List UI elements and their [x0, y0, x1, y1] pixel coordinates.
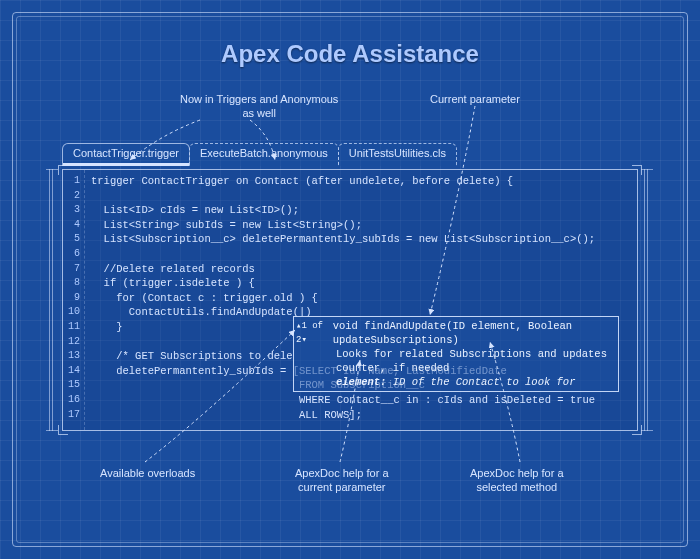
editor-tabs: ContactTrigger.trigger ExecuteBatch.anon… [62, 143, 456, 166]
line-number: 6 [63, 247, 84, 262]
annotation-apexdoc-current-param: ApexDoc help for a current parameter [295, 466, 389, 495]
line-number: 3 [63, 203, 84, 218]
line-number: 5 [63, 232, 84, 247]
tooltip-signature: void findAndUpdate(ID element, Boolean u… [333, 319, 614, 347]
tooltip-param-desc: ID of the Contact to look for [393, 376, 576, 388]
line-number: 10 [63, 305, 84, 320]
tooltip-param: element: ID of the Contact to look for [296, 375, 614, 389]
tooltip-nav-down-icon[interactable]: ▾ [301, 335, 306, 345]
line-number: 2 [63, 189, 84, 204]
line-number: 1 [63, 174, 84, 189]
line-number: 13 [63, 349, 84, 364]
line-number: 12 [63, 335, 84, 350]
code-editor: ContactTrigger.trigger ExecuteBatch.anon… [62, 169, 638, 431]
tab-unit-tests[interactable]: UnitTestsUtilities.cls [338, 143, 457, 166]
line-number: 7 [63, 262, 84, 277]
page-title: Apex Code Assistance [0, 40, 700, 68]
tab-execute-batch[interactable]: ExecuteBatch.anonymous [189, 143, 339, 166]
left-dimension-bar [49, 169, 53, 431]
annotation-available-overloads: Available overloads [100, 466, 195, 480]
tab-contact-trigger[interactable]: ContactTrigger.trigger [62, 143, 190, 166]
line-number: 17 [63, 408, 84, 423]
line-number: 8 [63, 276, 84, 291]
annotation-triggers-anonymous: Now in Triggers and Anonymous as well [180, 92, 338, 121]
parameter-info-tooltip: ▴1 of 2▾ void findAndUpdate(ID element, … [293, 316, 619, 392]
right-dimension-bar [644, 169, 648, 431]
annotation-current-parameter: Current parameter [430, 92, 520, 106]
line-number: 9 [63, 291, 84, 306]
line-number: 16 [63, 393, 84, 408]
tooltip-description: Looks for related Subscriptions and upda… [296, 347, 614, 375]
line-number: 14 [63, 364, 84, 379]
annotation-apexdoc-selected-method: ApexDoc help for a selected method [470, 466, 564, 495]
line-number: 15 [63, 378, 84, 393]
editor-body[interactable]: 1234567891011121314151617 trigger Contac… [62, 169, 638, 431]
line-number: 11 [63, 320, 84, 335]
line-number-gutter: 1234567891011121314151617 [63, 170, 85, 430]
tooltip-param-name: element: [336, 376, 386, 388]
line-number: 4 [63, 218, 84, 233]
